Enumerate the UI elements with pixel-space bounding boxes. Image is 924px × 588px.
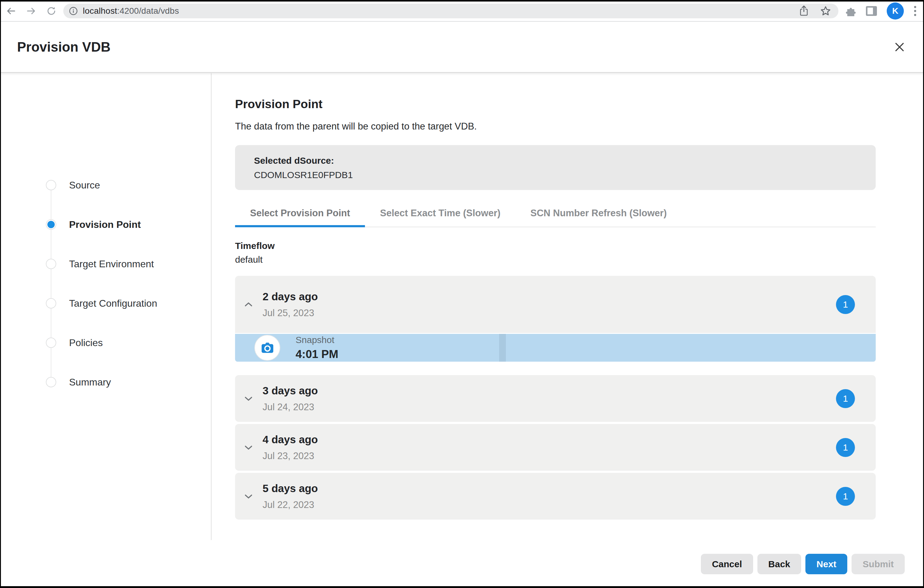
step-label: Provision Point (69, 219, 141, 230)
sidebar-divider (211, 73, 211, 540)
dialog-header: Provision VDB (0, 22, 924, 73)
browser-profile-avatar[interactable]: K (887, 2, 904, 20)
bookmark-star-icon[interactable] (820, 5, 832, 17)
timeflow-section: Timeflow default (235, 241, 876, 265)
snapshot-count-badge: 1 (836, 487, 855, 506)
group-header[interactable]: 2 days ago Jul 25, 2023 1 (235, 276, 876, 333)
tab-scn-number-refresh[interactable]: SCN Number Refresh (Slower) (515, 208, 681, 227)
group-date: Jul 23, 2023 (262, 451, 318, 461)
submit-button[interactable]: Submit (851, 554, 905, 574)
url-text: localhost:4200/data/vdbs (83, 6, 179, 16)
group-title: 3 days ago (262, 385, 318, 397)
group-date: Jul 24, 2023 (262, 402, 318, 413)
snapshot-count-badge: 1 (836, 295, 855, 314)
step-circle (46, 180, 56, 190)
group-header[interactable]: 5 days ago Jul 22, 2023 1 (235, 473, 876, 520)
step-label: Target Configuration (69, 298, 157, 309)
snapshot-group-4-days-ago: 4 days ago Jul 23, 2023 1 (235, 424, 876, 471)
timeflow-value: default (235, 254, 876, 265)
browser-forward-button[interactable] (26, 5, 37, 16)
chevron-down-icon (244, 445, 253, 450)
step-target-environment[interactable]: Target Environment (46, 259, 154, 269)
extensions-puzzle-icon[interactable] (844, 5, 856, 17)
main-content: Provision Point The data from the parent… (235, 73, 876, 520)
snapshot-group-list: 2 days ago Jul 25, 2023 1 Snapshot 4:01 … (235, 276, 876, 520)
step-circle (46, 338, 56, 348)
group-title: 2 days ago (262, 290, 318, 303)
side-panel-icon[interactable] (865, 5, 878, 16)
group-title: 5 days ago (262, 482, 318, 494)
snapshot-count-badge: 1 (836, 389, 855, 408)
selected-dsource-box: Selected dSource: CDOMLOSR1E0FPDB1 (235, 145, 876, 190)
group-header[interactable]: 3 days ago Jul 24, 2023 1 (235, 375, 876, 422)
browser-toolbar: localhost:4200/data/vdbs K (0, 0, 924, 22)
step-label: Policies (69, 337, 103, 349)
chevron-up-icon (244, 302, 253, 307)
timeline-strip (499, 334, 506, 362)
close-button[interactable] (892, 40, 907, 54)
group-title: 4 days ago (262, 433, 318, 446)
step-provision-point[interactable]: Provision Point (46, 219, 141, 230)
stepper-connector-line (51, 185, 51, 382)
group-date: Jul 22, 2023 (262, 499, 318, 511)
step-policies[interactable]: Policies (46, 337, 103, 348)
step-target-configuration[interactable]: Target Configuration (46, 298, 157, 309)
group-date: Jul 25, 2023 (262, 308, 318, 319)
snapshot-time: 4:01 PM (295, 348, 338, 361)
snapshot-group-2-days-ago: 2 days ago Jul 25, 2023 1 Snapshot 4:01 … (235, 276, 876, 362)
page-description: The data from the parent will be copied … (235, 122, 876, 131)
step-label: Source (69, 180, 100, 191)
step-source[interactable]: Source (46, 180, 100, 191)
site-info-icon[interactable] (68, 6, 79, 16)
snapshot-item-selected[interactable]: Snapshot 4:01 PM (235, 334, 876, 362)
browser-reload-button[interactable] (46, 5, 57, 16)
back-button[interactable]: Back (757, 554, 802, 574)
wizard-stepper: Source Provision Point Target Environmen… (0, 73, 211, 540)
browser-menu-kebab-icon[interactable] (913, 4, 917, 18)
group-header[interactable]: 4 days ago Jul 23, 2023 1 (235, 424, 876, 471)
step-label: Target Environment (69, 259, 154, 270)
tab-select-provision-point[interactable]: Select Provision Point (235, 208, 365, 227)
dsource-value: CDOMLOSR1E0FPDB1 (254, 170, 876, 180)
cancel-button[interactable]: Cancel (701, 554, 753, 574)
chevron-down-icon (244, 494, 253, 499)
address-bar[interactable]: localhost:4200/data/vdbs (63, 4, 838, 18)
snapshot-type-label: Snapshot (295, 335, 338, 345)
step-circle (46, 259, 56, 269)
browser-back-button[interactable] (5, 5, 16, 16)
step-summary[interactable]: Summary (46, 377, 111, 388)
snapshot-count-badge: 1 (836, 438, 855, 457)
provision-tabs: Select Provision Point Select Exact Time… (235, 208, 876, 227)
step-circle-active (46, 219, 56, 230)
timeflow-label: Timeflow (235, 241, 876, 251)
dialog-title: Provision VDB (17, 40, 111, 55)
step-label: Summary (69, 377, 111, 388)
snapshot-group-5-days-ago: 5 days ago Jul 22, 2023 1 (235, 473, 876, 520)
snapshot-group-3-days-ago: 3 days ago Jul 24, 2023 1 (235, 375, 876, 422)
dsource-label: Selected dSource: (254, 155, 876, 166)
step-circle (46, 377, 56, 387)
wizard-footer: Cancel Back Next Submit (701, 554, 905, 574)
camera-icon (254, 335, 280, 361)
share-icon[interactable] (799, 5, 809, 17)
tab-select-exact-time[interactable]: Select Exact Time (Slower) (365, 208, 515, 227)
step-circle (46, 298, 56, 308)
chevron-down-icon (244, 396, 253, 401)
next-button[interactable]: Next (805, 554, 847, 574)
page-title: Provision Point (235, 98, 876, 110)
